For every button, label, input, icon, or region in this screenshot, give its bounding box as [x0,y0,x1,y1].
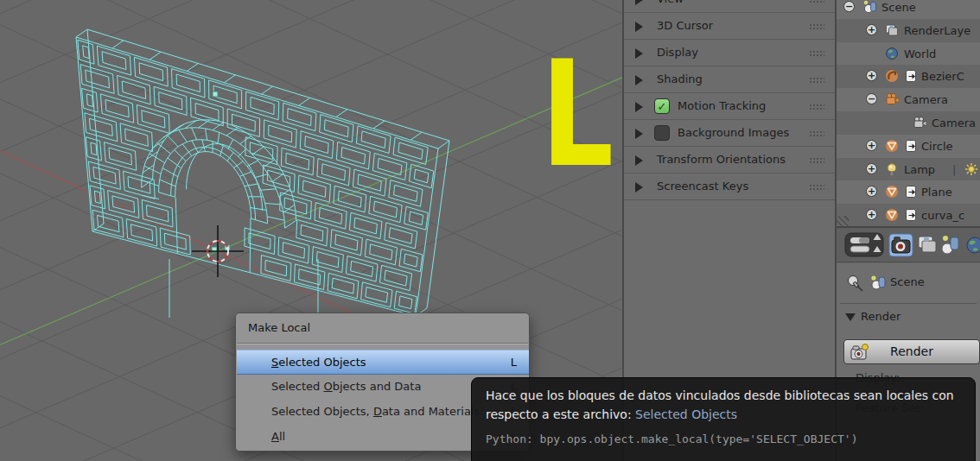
datablock-icon [904,69,918,83]
chevron-down-icon [845,313,856,321]
panel-header-3d-cursor[interactable]: 3D Cursor [624,13,835,40]
panel-label: View [657,0,684,5]
menu-item-selected-objects[interactable]: Selected ObjectsL [237,350,529,375]
tab-render[interactable] [889,234,913,256]
screencast-key-overlay: L [541,41,619,235]
lamp-object-icon [885,162,899,176]
drag-grip-icon[interactable] [809,130,824,137]
outliner-row-camera[interactable]: −Camera [837,88,980,111]
object-origin-dot [213,92,218,97]
drag-grip-icon[interactable] [809,50,824,57]
menu-item-label: All [271,430,285,443]
panel-header-motion-tracking[interactable]: ✓Motion Tracking [624,93,835,120]
drag-grip-icon[interactable] [809,104,824,111]
drag-grip-icon[interactable] [809,77,824,84]
panel-label: Shading [657,73,703,85]
drag-grip-icon[interactable] [809,0,824,3]
chevron-right-icon [635,155,643,166]
outliner-row-curva-c[interactable]: +curva_c [837,204,980,226]
tab-render-layers[interactable] [919,237,936,252]
collapse-icon[interactable]: − [843,1,855,12]
pin-icon[interactable] [845,274,864,293]
panel-label: Display [657,46,698,59]
chevron-right-icon [635,182,643,193]
outliner-item-label: curva_c [921,209,964,222]
sun-lamp-icon [964,162,978,176]
chevron-right-icon [635,48,643,59]
curve-object-icon [885,69,899,83]
breadcrumb-label: Scene [890,275,925,288]
checkbox-unchecked[interactable] [654,125,670,141]
datablock-icon [904,139,918,153]
render-section-label: Render [861,310,900,323]
mesh-object-icon [885,139,899,153]
panel-header-shading[interactable]: Shading [624,66,835,93]
drag-grip-icon[interactable] [809,184,824,191]
menu-item-label: Selected Objects, Data and Materials [271,405,480,418]
tooltip-line2-value: Selected Objects [635,407,737,421]
panel-header-view[interactable]: View [624,0,835,13]
outliner-row-renderlaye[interactable]: +RenderLaye [837,19,980,42]
menu-title: Make Local [248,321,310,334]
datablock-icon [904,185,918,199]
tooltip-line2: respecto a este archivo: Selected Object… [486,407,737,421]
menu-item-label: Selected Objects [271,356,366,369]
render-button[interactable]: Render [843,339,980,364]
column-separator: | [952,163,956,176]
chevron-right-icon [635,22,643,32]
panel-label: 3D Cursor [657,19,713,32]
outliner-editor[interactable]: −Scene+RenderLayeWorld+BezierC−CameraCam… [837,0,980,226]
tab-world[interactable] [967,237,980,253]
menu-item-label: Selected Objects and Data [271,380,421,393]
mesh-object-icon [885,208,899,222]
panel-label: Background Images [678,126,789,139]
expand-icon[interactable]: + [866,70,877,81]
panel-header-background-images[interactable]: Background Images [624,120,835,147]
collapse-icon[interactable]: − [866,93,877,104]
expand-icon[interactable]: + [866,163,877,174]
chevron-right-icon [635,129,643,139]
outliner-item-label: World [904,47,936,60]
separator [840,303,977,304]
panel-label: Motion Tracking [678,99,766,112]
panel-header-display[interactable]: Display [624,40,835,66]
tab-scene[interactable] [942,236,958,254]
tooltip-line2-prefix: respecto a este archivo: [486,407,632,421]
panel-header-screencast-keys[interactable]: Screencast Keys [624,174,835,200]
outliner-item-label: BezierC [921,70,964,83]
outliner-row-camera[interactable]: Camera [837,111,980,135]
expand-icon[interactable]: + [866,186,877,197]
outliner-item-label: Lamp [904,163,935,176]
tooltip-python: Python: bpy.ops.object.make_local(type='… [486,433,857,445]
camera-data-icon [913,116,926,129]
panel-header-transform-orientations[interactable]: Transform Orientations [624,147,835,174]
expand-icon[interactable]: + [866,209,877,220]
mesh-object-icon [885,185,899,199]
panel-label: Transform Orientations [657,153,786,166]
chevron-right-icon [635,102,643,112]
outliner-item-label: Plane [921,186,952,199]
outliner-item-label: Scene [881,1,916,14]
outliner-row-circle[interactable]: +Circle [837,135,980,158]
render-section-header[interactable]: Render [837,308,980,327]
outliner-row-scene[interactable]: −Scene [837,0,980,19]
camera-object-icon [885,92,899,106]
world-icon [885,47,899,60]
chevron-right-icon [635,0,643,5]
expand-icon[interactable]: + [866,140,877,151]
checkbox-checked[interactable]: ✓ [654,98,670,114]
menu-item-shortcut: L [511,356,517,369]
outliner-row-bezierc[interactable]: +BezierC [837,65,980,88]
outliner-item-label: Camera [932,117,976,129]
render-button-label: Render [844,344,979,358]
tooltip: Hace que los bloques de datos vinculados… [471,377,976,461]
editor-type-selector[interactable] [845,233,883,256]
drag-grip-icon[interactable] [809,157,824,164]
drag-grip-icon[interactable] [809,23,824,30]
outliner-row-plane[interactable]: +Plane [837,180,980,204]
breadcrumb: Scene [837,272,980,294]
outliner-row-world[interactable]: World [837,42,980,66]
expand-icon[interactable]: + [866,24,877,35]
datablock-icon [904,208,918,222]
outliner-row-lamp[interactable]: +Lamp| [837,158,980,181]
